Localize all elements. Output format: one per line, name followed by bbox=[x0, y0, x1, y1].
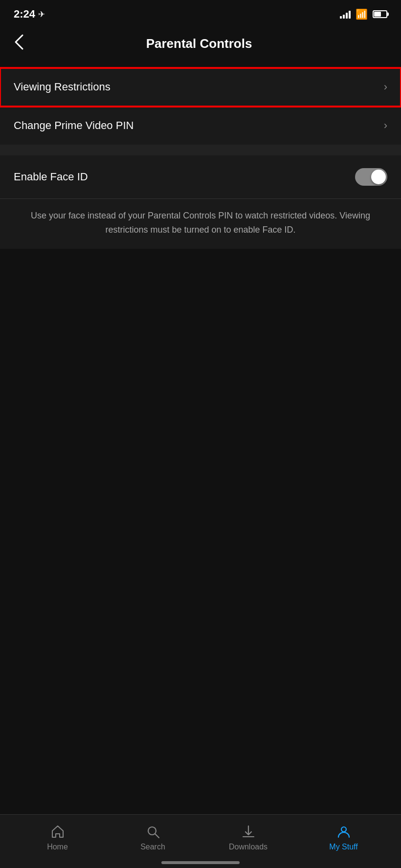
header: Parental Controls bbox=[0, 26, 401, 68]
face-id-row: Enable Face ID bbox=[0, 155, 401, 199]
chevron-right-icon-2: › bbox=[384, 119, 387, 132]
nav-home-label: Home bbox=[47, 843, 68, 851]
mystuff-icon bbox=[336, 824, 352, 840]
svg-line-1 bbox=[155, 834, 159, 838]
toggle-knob bbox=[371, 170, 386, 184]
change-pin-label: Change Prime Video PIN bbox=[14, 119, 134, 132]
downloads-icon bbox=[241, 824, 256, 840]
faceid-section: Enable Face ID Use your face instead of … bbox=[0, 155, 401, 249]
face-id-toggle[interactable] bbox=[355, 168, 387, 186]
home-indicator bbox=[161, 861, 240, 864]
restrictions-section: Viewing Restrictions › Change Prime Vide… bbox=[0, 68, 401, 145]
back-button[interactable] bbox=[14, 31, 30, 56]
battery-icon bbox=[373, 10, 387, 18]
nav-mystuff-label: My Stuff bbox=[329, 843, 357, 851]
page-title: Parental Controls bbox=[30, 36, 368, 51]
change-pin-row[interactable]: Change Prime Video PIN › bbox=[0, 107, 401, 145]
face-id-label: Enable Face ID bbox=[14, 171, 88, 183]
bottom-nav: Home Search Downloads My Stuff bbox=[0, 814, 401, 868]
nav-mystuff[interactable]: My Stuff bbox=[314, 824, 373, 851]
chevron-right-icon: › bbox=[384, 81, 387, 93]
main-content: Viewing Restrictions › Change Prime Vide… bbox=[0, 68, 401, 307]
nav-search-label: Search bbox=[140, 843, 165, 851]
viewing-restrictions-row[interactable]: Viewing Restrictions › bbox=[0, 68, 401, 107]
search-icon bbox=[145, 824, 161, 840]
face-id-description: Use your face instead of your Parental C… bbox=[0, 199, 401, 249]
home-icon bbox=[50, 824, 66, 840]
wifi-icon: 📶 bbox=[356, 8, 368, 20]
status-icons: 📶 bbox=[340, 8, 387, 20]
nav-downloads[interactable]: Downloads bbox=[219, 824, 278, 851]
viewing-restrictions-label: Viewing Restrictions bbox=[14, 81, 111, 93]
signal-bars-icon bbox=[340, 10, 351, 19]
section-divider bbox=[0, 145, 401, 155]
nav-search[interactable]: Search bbox=[124, 824, 182, 851]
status-bar: 2:24 ✈︎ 📶 bbox=[0, 0, 401, 26]
nav-home[interactable]: Home bbox=[28, 824, 87, 851]
location-icon: ✈︎ bbox=[38, 9, 45, 20]
nav-downloads-label: Downloads bbox=[229, 843, 267, 851]
svg-point-2 bbox=[341, 827, 346, 832]
status-time: 2:24 ✈︎ bbox=[14, 8, 45, 21]
